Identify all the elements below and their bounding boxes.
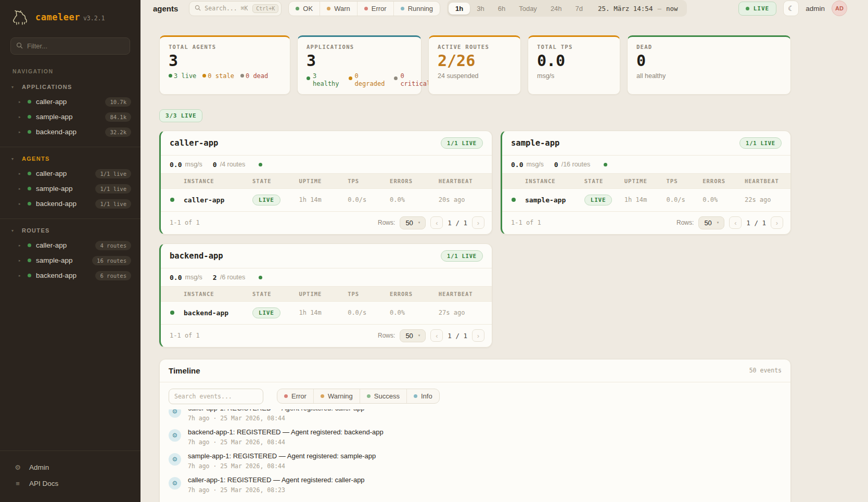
brand-row[interactable]: cameleerv3.2.1 [0,0,141,33]
uptime-value: 1h 14m [624,196,667,203]
tps-cell: 0.0/s [348,309,390,316]
instance-name: caller-app [184,196,252,204]
event-title: backend-app-1: REGISTERED — Agent regist… [188,428,384,436]
time-range-24h[interactable]: 24h [544,3,569,15]
filter-chip-error[interactable]: Error [357,2,393,16]
stat-label: TOTAL TPS [537,44,611,50]
timeline-event[interactable]: ⚙ caller-app-1: REGISTERED — Agent regis… [169,409,782,425]
table-row[interactable]: caller-app LIVE 1h 14m 0.0/s 0.0% 20s ag… [161,189,492,211]
timeline-event[interactable]: ⚙ backend-app-1: REGISTERED — Agent regi… [169,425,782,449]
app-card-title[interactable]: backend-app [170,251,223,261]
stat-subtext: msg/s [537,72,611,80]
prev-page-button[interactable]: ‹ [729,216,742,229]
chevron-down-icon: ▾ [418,221,420,225]
col-errors: ERRORS [703,178,745,184]
routes-unit: /4 routes [220,161,246,168]
sidebar-item-agents-sample-app[interactable]: ▸ sample-app 1/1 live [0,181,141,196]
sidebar-item-routes-sample-app[interactable]: ▸ sample-app 16 routes [0,253,141,268]
rows-per-page-value: 50 [405,332,413,340]
status-dot [28,243,31,247]
topbar: agents Ctrl+K OK Warn Error Ru [141,0,868,17]
app-cards-grid: caller-app 1/1 LIVE 0.0 msg/s 0 /4 route… [159,131,791,347]
sidebar-item-applications-backend-app[interactable]: ▸ backend-app 32.2k [0,124,141,139]
status-filter-group: OK Warn Error Running [288,1,440,16]
timeline-filter-warning[interactable]: Warning [313,389,360,403]
filter-chip-label: OK [303,5,313,12]
chevron-left-icon: ‹ [436,219,438,227]
time-range-1h[interactable]: 1h [449,3,470,15]
sidebar-item-label: caller-app [36,241,91,249]
timeline-event[interactable]: ⚙ sample-app-1: REGISTERED — Agent regis… [169,449,782,473]
timeline-event[interactable]: ⚙ caller-app-1: REGISTERED — Agent regis… [169,473,782,497]
time-range-7d[interactable]: 7d [569,3,590,15]
content: TOTAL AGENTS 3 3 live 0 stale 0 dead APP… [159,17,791,502]
section-label: APPLICATIONS [22,84,72,90]
timeline-filter-info[interactable]: Info [406,389,439,403]
prev-page-button[interactable]: ‹ [430,216,443,229]
next-page-button[interactable]: › [771,216,783,229]
table-row[interactable]: backend-app LIVE 1h 14m 0.0/s 0.0% 27s a… [161,302,492,324]
time-range-6h[interactable]: 6h [491,3,512,15]
sidebar-item-badge: 1/1 live [95,169,131,178]
success-dot [367,394,371,398]
filter-chip-warn[interactable]: Warn [320,2,357,16]
sidebar-item-applications-sample-app[interactable]: ▸ sample-app 84.1k [0,109,141,124]
sidebar-item-routes-backend-app[interactable]: ▸ backend-app 6 routes [0,268,141,283]
rows-per-page-select[interactable]: 50 ▾ [400,216,426,229]
routes-unit: /16 routes [561,161,591,168]
section-header-routes[interactable]: ▾ ROUTES [0,226,141,238]
sidebar-item-applications-caller-app[interactable]: ▸ caller-app 10.7k [0,94,141,109]
state-badge: LIVE [252,195,280,205]
avatar[interactable]: AD [832,1,847,16]
theme-toggle-button[interactable]: ☾ [783,1,799,16]
chevron-down-icon: ▾ [11,157,14,161]
next-page-button[interactable]: › [472,329,484,342]
section-header-applications[interactable]: ▾ APPLICATIONS [0,83,141,94]
table-row[interactable]: sample-app LIVE 1h 14m 0.0/s 0.0% 22s ag… [502,189,790,211]
brand-name: cameleer [35,12,80,22]
app-card-title[interactable]: sample-app [511,138,559,148]
sidebar-filter-input[interactable] [27,42,124,50]
next-page-button[interactable]: › [472,216,484,229]
stat-card-total-tps: TOTAL TPS 0.0 msg/s [528,35,620,95]
timeline-events-list[interactable]: ⚙ caller-app-1: REGISTERED — Agent regis… [160,409,790,502]
filter-chip-label: Success [374,392,400,400]
timeline-card: Timeline 50 events Error Warning [159,359,791,502]
filter-chip-ok[interactable]: OK [289,2,320,16]
chevron-right-icon: ▸ [19,130,23,134]
gear-icon: ⚙ [169,453,181,466]
stat-value: 0 [636,53,782,69]
live-status-badge[interactable]: LIVE [738,2,777,16]
sidebar-item-agents-caller-app[interactable]: ▸ caller-app 1/1 live [0,166,141,181]
main-area: agents Ctrl+K OK Warn Error Ru [141,0,868,502]
col-uptime: UPTIME [624,178,667,184]
timeline-search-input[interactable] [174,389,258,404]
sidebar-item-api-docs[interactable]: ≡ API Docs [14,475,127,492]
section-header-agents[interactable]: ▾ AGENTS [0,155,141,166]
heartbeat-cell: 22s ago [745,196,790,203]
timeline-filter-success[interactable]: Success [360,389,406,403]
col-tps: TPS [348,291,390,297]
timeline-filter-error[interactable]: Error [277,389,313,403]
sidebar-filter[interactable] [10,37,130,55]
prev-page-button[interactable]: ‹ [430,329,443,342]
heartbeat-cell: 27s ago [439,309,492,316]
global-search-input[interactable] [205,5,249,12]
range-end-text: now [666,5,678,12]
rows-per-page-select[interactable]: 50 ▾ [400,329,426,342]
timeline-search[interactable] [169,389,263,404]
app-card-title[interactable]: caller-app [170,138,218,148]
sidebar-item-admin[interactable]: ⚙ Admin [14,459,127,475]
stat-value: 3 [307,53,412,69]
sidebar-item-label: backend-app [36,272,91,279]
global-search[interactable]: Ctrl+K [189,1,282,16]
time-range-today[interactable]: Today [512,3,544,15]
tps-cell: 0.0/s [667,196,703,203]
filter-chip-running[interactable]: Running [393,2,440,16]
sidebar-item-agents-backend-app[interactable]: ▸ backend-app 1/1 live [0,196,141,211]
time-range-3h[interactable]: 3h [470,3,491,15]
time-range-display[interactable]: 25. März 14:54 — now [590,5,685,12]
api-docs-label: API Docs [29,480,58,487]
sidebar-item-routes-caller-app[interactable]: ▸ caller-app 4 routes [0,238,141,253]
rows-per-page-select[interactable]: 50 ▾ [698,216,724,229]
